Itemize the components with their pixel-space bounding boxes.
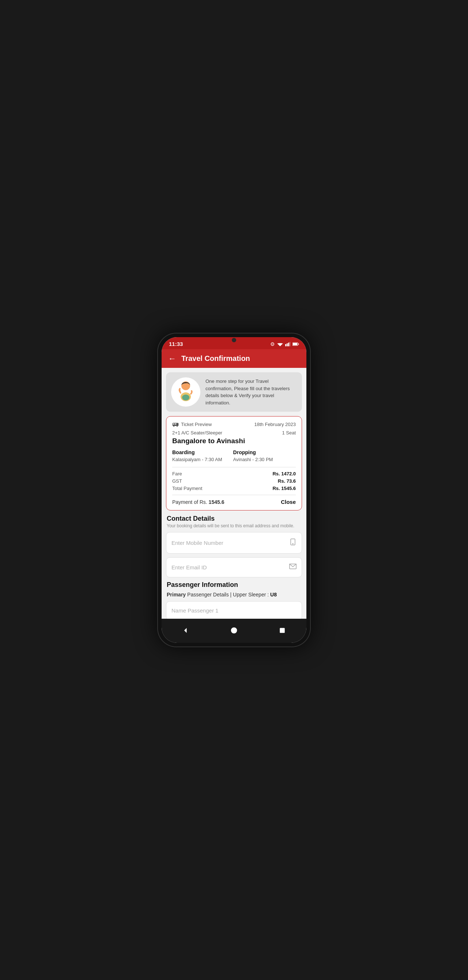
svg-rect-22 bbox=[280, 628, 285, 633]
camera-dot bbox=[232, 338, 236, 342]
fare-value: Rs. 1472.0 bbox=[272, 471, 296, 476]
ticket-seats: 1 Seat bbox=[282, 430, 296, 436]
app-header: ← Travel Confirmation bbox=[162, 349, 306, 368]
svg-point-16 bbox=[177, 426, 178, 427]
ticket-preview-label: Ticket Preview bbox=[172, 422, 212, 427]
ticket-card: Ticket Preview 18th February 2023 2+1 A/… bbox=[166, 416, 302, 511]
passenger-name-field[interactable]: Name Passenger 1 bbox=[166, 601, 302, 619]
payment-amount: 1545.6 bbox=[209, 499, 224, 505]
bottom-nav bbox=[162, 619, 306, 643]
phone-screen: 11:33 ⚙ ← Travel Confirmation bbox=[162, 337, 306, 643]
contact-title: Contact Details bbox=[167, 515, 301, 523]
mobile-placeholder: Enter Mobile Number bbox=[172, 540, 223, 546]
svg-rect-4 bbox=[288, 343, 289, 346]
ticket-footer: Payment of Rs. 1545.6 Close bbox=[172, 499, 296, 505]
payment-text: Payment of Rs. 1545.6 bbox=[172, 499, 224, 505]
total-row: Total Payment Rs. 1545.6 bbox=[172, 485, 296, 491]
nav-home-button[interactable] bbox=[227, 623, 241, 638]
nav-back-icon bbox=[182, 627, 189, 634]
boarding-info: Boarding Kalasipalyam - 7:30 AM bbox=[172, 449, 222, 463]
svg-point-11 bbox=[182, 395, 189, 401]
ticket-date: 18th February 2023 bbox=[255, 422, 296, 427]
nav-back-button[interactable] bbox=[178, 623, 193, 638]
info-banner: One more step for your Travel confirmati… bbox=[166, 372, 302, 412]
page-title: Travel Confirmation bbox=[181, 354, 250, 363]
svg-rect-3 bbox=[287, 344, 288, 346]
ticket-type-row: 2+1 A/C Seater/Sleeper 1 Seat bbox=[172, 430, 296, 436]
email-input-field[interactable]: Enter Email ID bbox=[166, 557, 302, 578]
svg-marker-20 bbox=[184, 628, 187, 633]
ticket-header: Ticket Preview 18th February 2023 bbox=[172, 422, 296, 427]
dropping-point: Avinashi - 2:30 PM bbox=[233, 457, 273, 462]
divider-2 bbox=[172, 495, 296, 495]
primary-label: Primary bbox=[167, 592, 186, 598]
mobile-input-field[interactable]: Enter Mobile Number bbox=[166, 532, 302, 554]
boarding-dropping: Boarding Kalasipalyam - 7:30 AM Dropping… bbox=[172, 449, 296, 463]
gst-value: Rs. 73.6 bbox=[278, 478, 296, 484]
dropping-info: Dropping Avinashi - 2:30 PM bbox=[233, 449, 273, 463]
svg-rect-8 bbox=[293, 343, 297, 345]
passenger-title: Passenger Information bbox=[167, 581, 301, 589]
details-label: Passenger Details | Upper Sleeper : bbox=[187, 592, 269, 598]
banner-text: One more step for your Travel confirmati… bbox=[205, 378, 297, 406]
nav-recent-button[interactable] bbox=[275, 623, 290, 638]
svg-rect-13 bbox=[173, 423, 174, 425]
svg-rect-5 bbox=[290, 342, 290, 346]
status-time: 11:33 bbox=[169, 341, 183, 347]
seat-badge: U8 bbox=[270, 592, 277, 598]
fare-label: Fare bbox=[172, 471, 182, 476]
divider-1 bbox=[172, 467, 296, 467]
nav-recent-icon bbox=[279, 627, 285, 634]
signal-icon bbox=[285, 342, 290, 346]
nav-home-icon bbox=[230, 627, 238, 634]
ticket-route: Bangalore to Avinashi bbox=[172, 437, 296, 445]
fare-row: Fare Rs. 1472.0 bbox=[172, 471, 296, 476]
battery-icon bbox=[293, 342, 299, 346]
contact-subtitle: Your booking details will be sent to thi… bbox=[167, 523, 301, 528]
boarding-point: Kalasipalyam - 7:30 AM bbox=[172, 457, 222, 462]
dropping-label: Dropping bbox=[233, 449, 273, 455]
svg-rect-7 bbox=[298, 344, 299, 344]
svg-point-21 bbox=[231, 627, 237, 634]
boarding-label: Boarding bbox=[172, 449, 222, 455]
avatar-illustration bbox=[175, 379, 197, 405]
gst-row: GST Rs. 73.6 bbox=[172, 478, 296, 484]
passenger-label: Primary Passenger Details | Upper Sleepe… bbox=[167, 592, 301, 598]
settings-icon: ⚙ bbox=[270, 341, 275, 347]
phone-frame: 11:33 ⚙ ← Travel Confirmation bbox=[157, 333, 311, 647]
ticket-type: 2+1 A/C Seater/Sleeper bbox=[172, 430, 222, 436]
total-label: Total Payment bbox=[172, 485, 202, 491]
svg-point-18 bbox=[293, 543, 293, 544]
scroll-content[interactable]: One more step for your Travel confirmati… bbox=[162, 368, 306, 619]
gst-label: GST bbox=[172, 478, 182, 484]
svg-point-15 bbox=[173, 426, 174, 427]
email-placeholder: Enter Email ID bbox=[172, 564, 207, 570]
svg-rect-14 bbox=[175, 423, 177, 425]
back-button[interactable]: ← bbox=[168, 355, 176, 363]
email-icon bbox=[289, 563, 296, 571]
name-placeholder: Name Passenger 1 bbox=[172, 608, 218, 614]
svg-rect-2 bbox=[285, 344, 286, 346]
mobile-icon bbox=[289, 538, 296, 547]
total-value: Rs. 1545.6 bbox=[272, 485, 296, 491]
wifi-icon bbox=[277, 342, 283, 346]
avatar bbox=[171, 377, 201, 407]
bus-icon bbox=[172, 422, 179, 427]
close-button[interactable]: Close bbox=[281, 499, 296, 505]
status-icons: ⚙ bbox=[270, 341, 299, 347]
